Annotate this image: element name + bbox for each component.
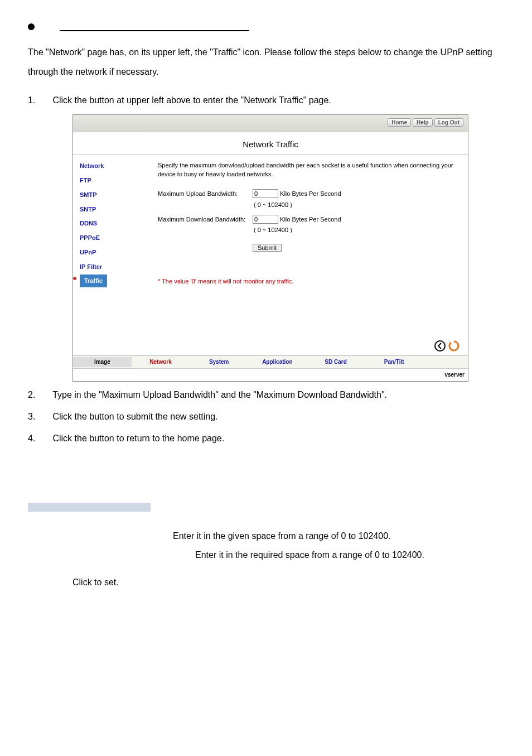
tab-network[interactable]: Network: [132, 357, 190, 367]
step-text: Click the button to return to the home p…: [52, 434, 224, 443]
upload-row: Maximum Upload Bandwidth: Kilo Bytes Per…: [158, 189, 457, 211]
tab-pantilt[interactable]: Pan/Tilt: [365, 357, 423, 367]
back-arrow-icon[interactable]: [434, 340, 446, 352]
download-input[interactable]: [253, 215, 278, 224]
content-area: Specify the maximum donwload/upload band…: [147, 155, 468, 339]
footer-brand: vserver: [73, 368, 468, 381]
step-2: 2. Type in the "Maximum Upload Bandwidth…: [28, 387, 504, 403]
tab-application[interactable]: Application: [248, 357, 307, 367]
blank-heading-line: [60, 22, 249, 31]
step-3: 3. Click the button to submit the new se…: [28, 409, 504, 425]
svg-point-0: [435, 341, 445, 351]
help-button[interactable]: Help: [413, 118, 433, 127]
sidebar-item-network[interactable]: Network: [80, 159, 147, 174]
sidebar-item-ddns[interactable]: DDNS: [80, 216, 147, 231]
desc-heading-placeholder: [28, 503, 151, 512]
step-text: Click the button to submit the new setti…: [52, 412, 217, 421]
description-block: Enter it in the given space from a range…: [28, 503, 504, 591]
tab-sdcard[interactable]: SD Card: [307, 357, 365, 367]
submit-row: Submit: [158, 239, 457, 254]
tab-system[interactable]: System: [190, 357, 248, 367]
desc-line-submit: Click to set.: [28, 575, 504, 591]
upload-label: Maximum Upload Bandwidth:: [158, 189, 253, 200]
download-label: Maximum Download Bandwidth:: [158, 214, 253, 225]
logout-button[interactable]: Log Out: [434, 118, 463, 127]
sidebar-item-ipfilter[interactable]: IP Filter: [80, 260, 147, 275]
desc-line-upload: Enter it in the given space from a range…: [28, 528, 504, 545]
sidebar-item-upnp[interactable]: UPnP: [80, 245, 147, 260]
sidebar-item-sntp[interactable]: SNTP: [80, 203, 147, 217]
embedded-screenshot: Home Help Log Out Network Traffic Networ…: [72, 114, 468, 382]
home-button[interactable]: Home: [388, 118, 411, 127]
sidebar-item-ftp[interactable]: FTP: [80, 174, 147, 188]
refresh-icon[interactable]: [448, 340, 460, 352]
upload-range: ( 0 ~ 102400 ): [254, 201, 292, 208]
section-heading: [28, 22, 504, 31]
zero-note: * The value '0' means it will not monito…: [158, 276, 457, 287]
top-nav: Home Help Log Out: [388, 118, 463, 127]
screenshot-topbar: Home Help Log Out: [73, 115, 468, 132]
bullet-icon: [28, 23, 35, 30]
step-4: 4. Click the button to return to the hom…: [28, 431, 504, 447]
desc-line-download: Enter it in the required space from a ra…: [28, 547, 504, 564]
step-number: 2.: [28, 387, 50, 403]
step-text: Click the button at upper left above to …: [52, 95, 331, 105]
submit-button[interactable]: Submit: [253, 244, 282, 252]
step-text: Type in the "Maximum Upload Bandwidth" a…: [52, 390, 387, 399]
upload-unit: Kilo Bytes Per Second: [280, 190, 341, 197]
download-row: Maximum Download Bandwidth: Kilo Bytes P…: [158, 214, 457, 237]
sidebar-item-pppoe[interactable]: PPPoE: [80, 231, 147, 245]
upload-input[interactable]: [253, 189, 278, 198]
download-range: ( 0 ~ 102400 ): [254, 227, 292, 233]
bottom-icon-area: [73, 339, 468, 355]
tab-image[interactable]: Image: [73, 357, 132, 367]
bottom-tabs: Image Network System Application SD Card…: [73, 355, 468, 368]
content-description: Specify the maximum donwload/upload band…: [158, 161, 457, 179]
download-unit: Kilo Bytes Per Second: [280, 216, 341, 223]
step-1: 1. Click the button at upper left above …: [28, 93, 504, 109]
page-title: Network Traffic: [73, 132, 468, 155]
intro-paragraph: The "Network" page has, on its upper lef…: [28, 42, 504, 81]
sidebar-item-traffic[interactable]: Traffic: [80, 275, 107, 288]
step-number: 4.: [28, 431, 50, 447]
step-number: 1.: [28, 93, 50, 109]
sidebar: Network FTP SMTP SNTP DDNS PPPoE UPnP IP…: [73, 155, 147, 339]
sidebar-item-smtp[interactable]: SMTP: [80, 188, 147, 203]
step-number: 3.: [28, 409, 50, 425]
